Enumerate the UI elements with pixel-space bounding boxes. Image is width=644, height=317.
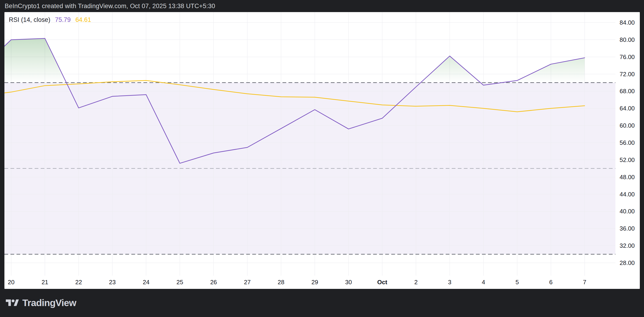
y-tick-label: 80.00 <box>620 36 635 43</box>
y-tick-label: 36.00 <box>620 225 635 232</box>
x-tick-label: 20 <box>8 279 15 286</box>
x-tick-label: 27 <box>244 279 251 286</box>
x-tick-label: 28 <box>278 279 284 286</box>
x-tick-label: 5 <box>516 279 519 286</box>
y-tick-label: 56.00 <box>620 139 635 146</box>
x-tick-label: 25 <box>176 279 183 286</box>
snapshot-title: BeInCrypto1 created with TradingView.com… <box>5 2 215 10</box>
rsi-last-value: 75.79 <box>55 16 71 24</box>
y-tick-label: 52.00 <box>620 156 635 164</box>
y-tick-label: 48.00 <box>620 174 635 180</box>
x-tick-label: 30 <box>345 279 352 286</box>
ma-last-value: 64.61 <box>75 16 91 24</box>
rsi-chart-canvas[interactable]: 84.0080.0076.0072.0068.0064.0060.0056.00… <box>4 12 640 289</box>
x-tick-label: 29 <box>311 279 318 286</box>
indicator-legend: RSI (14, close) 75.79 64.61 <box>9 16 91 24</box>
y-tick-label: 68.00 <box>620 88 635 94</box>
x-tick-label: 21 <box>42 279 48 286</box>
x-tick-label: 3 <box>448 279 451 286</box>
snapshot-header-bar: BeInCrypto1 created with TradingView.com… <box>0 0 644 12</box>
y-tick-label: 64.00 <box>620 105 635 112</box>
y-axis-labels: 84.0080.0076.0072.0068.0064.0060.0056.00… <box>620 19 635 266</box>
y-tick-label: 72.00 <box>620 71 635 78</box>
x-tick-label: 26 <box>210 279 217 286</box>
x-tick-label: 23 <box>109 279 116 286</box>
y-tick-label: 32.00 <box>620 242 635 249</box>
y-tick-label: 44.00 <box>620 191 635 198</box>
x-tick-label: 22 <box>75 279 82 286</box>
x-axis-labels: 2021222324252627282930Oct234567 <box>8 279 586 286</box>
x-tick-label: 4 <box>482 279 485 286</box>
x-tick-label: Oct <box>377 279 387 286</box>
overbought-fill <box>4 38 585 82</box>
y-tick-label: 84.00 <box>620 19 635 26</box>
chart-area[interactable]: 84.0080.0076.0072.0068.0064.0060.0056.00… <box>4 12 640 289</box>
indicator-title[interactable]: RSI (14, close) <box>9 16 50 24</box>
y-tick-label: 40.00 <box>620 208 635 215</box>
y-tick-label: 76.00 <box>620 54 635 60</box>
tradingview-logo-icon <box>6 298 19 308</box>
footer-bar: TradingView <box>0 289 644 317</box>
y-tick-label: 28.00 <box>620 259 635 266</box>
tradingview-wordmark: TradingView <box>22 298 76 308</box>
x-tick-label: 6 <box>549 279 552 286</box>
chart-panel: 84.0080.0076.0072.0068.0064.0060.0056.00… <box>4 12 640 289</box>
x-tick-label: 7 <box>583 279 586 286</box>
y-tick-label: 60.00 <box>620 122 635 129</box>
x-tick-label: 2 <box>414 279 418 286</box>
x-tick-label: 24 <box>143 279 150 286</box>
